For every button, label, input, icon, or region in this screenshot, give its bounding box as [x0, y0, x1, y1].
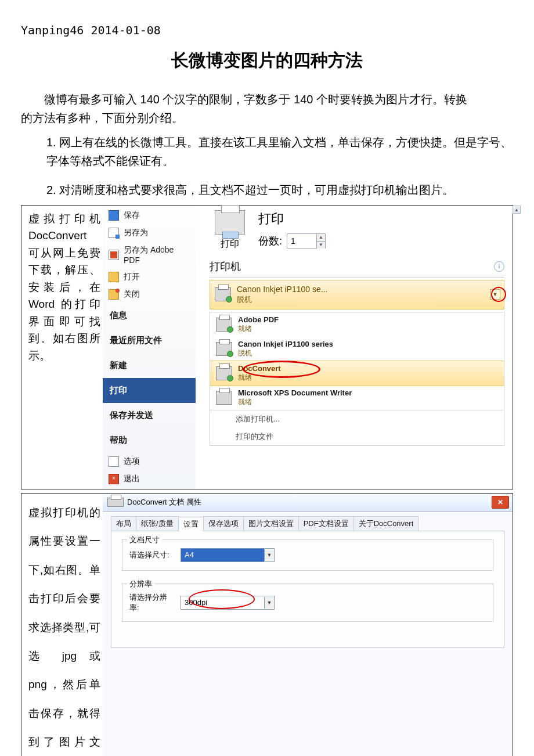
- printer-icon: [216, 366, 232, 380]
- printer-icon: [216, 391, 232, 405]
- printer-icon: [216, 342, 232, 356]
- printer-dropdown-arrow[interactable]: ▼: [490, 289, 500, 300]
- size-value: A4: [181, 549, 264, 561]
- tab-save-options[interactable]: 保存选项: [203, 516, 244, 531]
- list-item-2: 2. 对清晰度和格式要求很高，且文档不超过一页时，可用虚拟打印机输出图片。: [46, 181, 513, 199]
- menu-save[interactable]: 保存: [103, 207, 196, 224]
- save-as-icon: [109, 228, 119, 238]
- dialog-printer-icon: [107, 498, 124, 507]
- dpi-value: 300dpi: [181, 596, 264, 609]
- doc-header: Yanping46 2014-01-08: [21, 23, 517, 37]
- menu-options[interactable]: 选项: [103, 453, 196, 470]
- selected-printer[interactable]: Canon Inkjet iP1100 se... 脱机 ▼: [210, 280, 504, 309]
- folder-close-icon: [109, 289, 119, 300]
- dialog-close-button[interactable]: ✕: [492, 496, 509, 509]
- spinner-down[interactable]: ▼: [317, 242, 325, 249]
- print-heading: 打印: [258, 210, 326, 228]
- fieldset-size: 文档尺寸 请选择尺寸: A4 ▼: [122, 539, 493, 571]
- menu-save-pdf[interactable]: 另存为 Adobe PDF: [103, 242, 196, 268]
- menu-close[interactable]: 关闭: [103, 286, 196, 303]
- dialog-tabs: 布局 纸张/质量 设置 保存选项 图片文档设置 PDF文档设置 关于DocCon…: [103, 512, 513, 531]
- size-label: 请选择尺寸:: [129, 550, 175, 560]
- add-printer-link[interactable]: 添加打印机...: [210, 411, 504, 428]
- spinner-up[interactable]: ▲: [317, 234, 325, 242]
- menu-help[interactable]: 帮助: [103, 428, 196, 453]
- menu-new[interactable]: 新建: [103, 353, 196, 378]
- menu-save-as[interactable]: 另存为: [103, 224, 196, 242]
- intro-line-1: 微博有最多可输入 140 个汉字的限制，字数多于 140 个时要转换为图片才行。…: [21, 90, 513, 109]
- menu-print[interactable]: 打印: [103, 378, 196, 403]
- printer-section-label: 打印机: [210, 260, 241, 273]
- copies-spinner[interactable]: ▲ ▼: [287, 233, 326, 249]
- docconvert-properties-dialog: DocConvert 文档 属性 ✕ 布局 纸张/质量 设置 保存选项 图片文档…: [103, 494, 513, 756]
- list-item-1: 1. 网上有在线的长微博工具。直接在该工具里输入文档，单击保存，方便快捷。但是字…: [46, 133, 513, 170]
- folder-open-icon: [109, 272, 119, 282]
- screenshot-1: 虚拟打印机 DocConvert 可从网上免费下载，解压、安装后，在 Word …: [21, 205, 513, 489]
- exit-icon: ×: [109, 474, 119, 484]
- pdf-icon: [109, 250, 119, 260]
- menu-open[interactable]: 打开: [103, 268, 196, 286]
- screenshot-2-caption: 虚拟打印机的属性要设置一下,如右图。单击打印后会要求选择类型,可选 jpg 或 …: [21, 494, 103, 756]
- printer-item-docconvert[interactable]: DocConvert就绪: [210, 361, 504, 386]
- printer-item-adobe-pdf[interactable]: Adobe PDF就绪: [210, 312, 504, 337]
- menu-exit[interactable]: ×退出: [103, 470, 196, 488]
- printed-files-link[interactable]: 打印的文件: [210, 428, 504, 445]
- word-file-menu: 保存 另存为 另存为 Adobe PDF 打开 关闭 信息 最近所用文件 新建 …: [103, 206, 196, 489]
- printer-item-canon[interactable]: Canon Inkjet iP1100 series脱机: [210, 337, 504, 361]
- fieldset-dpi: 分辨率 请选择分辨率: 300dpi ▼: [122, 584, 493, 622]
- tab-settings[interactable]: 设置: [178, 517, 204, 531]
- options-icon: [109, 456, 119, 467]
- scroll-up-arrow[interactable]: ▲: [513, 206, 521, 214]
- tab-paper-quality[interactable]: 纸张/质量: [136, 516, 179, 531]
- print-big-button[interactable]: 打印: [210, 210, 250, 250]
- intro-line-2: 的方法有多种，下面分别介绍。: [21, 109, 513, 127]
- selected-printer-name: Canon Inkjet iP1100 se...: [237, 285, 327, 294]
- copies-label: 份数:: [258, 234, 282, 248]
- tab-pdf-settings[interactable]: PDF文档设置: [298, 516, 354, 531]
- print-panel: ▲ 打印 打印 份数: ▲ ▼: [196, 206, 513, 489]
- screenshot-1-caption: 虚拟打印机 DocConvert 可从网上免费下载，解压、安装后，在 Word …: [21, 206, 103, 369]
- printer-icon: [216, 318, 232, 332]
- copies-input[interactable]: [287, 235, 316, 247]
- info-icon[interactable]: i: [494, 261, 504, 272]
- printer-item-xps[interactable]: Microsoft XPS Document Writer就绪: [210, 386, 504, 410]
- printer-dropdown-list: Adobe PDF就绪 Canon Inkjet iP1100 series脱机…: [210, 312, 504, 446]
- chevron-down-icon[interactable]: ▼: [264, 597, 274, 609]
- tab-image-settings[interactable]: 图片文档设置: [243, 516, 299, 531]
- printer-status-icon: [215, 287, 231, 301]
- dpi-combobox[interactable]: 300dpi ▼: [181, 596, 275, 610]
- dpi-label: 请选择分辨率:: [129, 592, 175, 613]
- menu-info[interactable]: 信息: [103, 303, 196, 328]
- fieldset-dpi-label: 分辨率: [127, 579, 154, 589]
- dialog-title: DocConvert 文档 属性: [127, 497, 201, 507]
- menu-recent[interactable]: 最近所用文件: [103, 328, 196, 353]
- screenshot-2: 虚拟打印机的属性要设置一下,如右图。单击打印后会要求选择类型,可选 jpg 或 …: [21, 493, 513, 756]
- menu-save-send[interactable]: 保存并发送: [103, 403, 196, 428]
- size-combobox[interactable]: A4 ▼: [181, 548, 275, 562]
- chevron-down-icon[interactable]: ▼: [264, 549, 274, 561]
- selected-printer-status: 脱机: [237, 294, 327, 305]
- tab-layout[interactable]: 布局: [111, 516, 136, 531]
- save-icon: [109, 210, 119, 221]
- printer-icon: [215, 210, 245, 235]
- print-button-label: 打印: [221, 238, 239, 250]
- fieldset-size-label: 文档尺寸: [127, 535, 162, 545]
- tab-about[interactable]: 关于DocConvert: [353, 516, 419, 531]
- doc-title: 长微博变图片的四种方法: [17, 49, 517, 73]
